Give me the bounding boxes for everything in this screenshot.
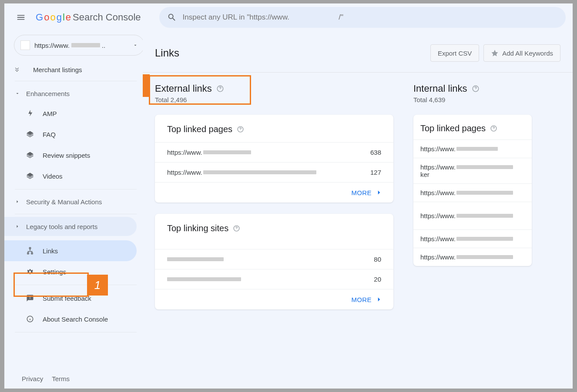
chevron-right-icon	[375, 296, 383, 303]
feedback-icon	[26, 294, 34, 302]
sidebar-section-security[interactable]: Security & Manual Actions	[4, 192, 143, 211]
internal-links-total: Total 4,639	[413, 96, 532, 103]
sidebar-section-enhancements[interactable]: Enhancements	[4, 84, 143, 103]
sidebar-item-review-snippets[interactable]: Review snippets	[4, 145, 137, 166]
sidebar-item-feedback[interactable]: Submit feedback	[4, 288, 137, 309]
linking-site-row[interactable]: 80	[155, 249, 393, 269]
privacy-link[interactable]: Privacy	[22, 375, 43, 382]
sidebar-item-videos[interactable]: Videos	[4, 166, 137, 186]
property-url: https://www.	[34, 42, 70, 49]
help-icon[interactable]	[472, 85, 480, 93]
footer-links: Privacy Terms	[22, 375, 70, 382]
linking-site-row[interactable]: 20	[155, 269, 393, 289]
sidebar: https://www... Merchant listings Enhance…	[4, 31, 143, 389]
external-links-section: External links Total 2,496 Top linked pa…	[155, 83, 393, 309]
layers-icon	[26, 130, 34, 138]
url-inspect-search[interactable]	[159, 7, 566, 28]
export-csv-button[interactable]: Export CSV	[430, 44, 479, 62]
chevron-right-icon	[375, 189, 383, 196]
help-icon[interactable]	[237, 126, 244, 133]
double-chevron-down-icon	[13, 65, 21, 73]
linked-page-row[interactable]: https://www. 638	[155, 142, 393, 162]
annotation-2-badge: 2	[143, 74, 150, 97]
sidebar-item-settings[interactable]: Settings	[4, 261, 137, 282]
sidebar-section-legacy[interactable]: Legacy tools and reports	[4, 217, 137, 236]
bolt-icon	[26, 110, 34, 117]
sitemap-icon	[26, 247, 34, 255]
top-linked-pages-card: Top linked pages https://www. 638 https:…	[155, 115, 393, 203]
internal-page-row[interactable]: https://www.	[413, 229, 532, 248]
sidebar-item-faq[interactable]: FAQ	[4, 124, 137, 145]
google-logo: Google Search Console	[36, 12, 141, 23]
main-content: Links Export CSV Add All Keywords Extern…	[143, 31, 573, 389]
top-linked-pages-title: Top linked pages	[167, 124, 232, 134]
top-linking-sites-card: Top linking sites 80 20	[155, 214, 393, 309]
url-inspect-input[interactable]	[183, 13, 558, 22]
internal-top-pages-card: Top linked pages https://www. https://ww…	[413, 115, 532, 266]
internal-page-row[interactable]: https://www.	[413, 183, 532, 202]
help-icon[interactable]	[233, 225, 240, 232]
page-title: Links	[155, 47, 430, 59]
internal-page-row[interactable]: https://www.ker	[413, 158, 532, 183]
layers-icon	[26, 172, 34, 180]
more-button[interactable]: MORE	[155, 289, 393, 309]
terms-link[interactable]: Terms	[52, 375, 70, 382]
header: Google Search Console	[4, 3, 573, 31]
internal-top-pages-title: Top linked pages	[420, 123, 486, 133]
more-button[interactable]: MORE	[155, 182, 393, 203]
top-linking-sites-title: Top linking sites	[167, 223, 228, 233]
internal-page-row[interactable]: https://www.	[413, 140, 532, 158]
search-icon	[167, 13, 177, 22]
external-links-total: Total 2,496	[155, 96, 393, 103]
hamburger-menu-button[interactable]	[11, 8, 30, 27]
property-favicon	[20, 40, 30, 50]
layers-icon	[26, 151, 34, 159]
linked-page-row[interactable]: https://www. 127	[155, 162, 393, 182]
internal-links-section: Internal links Total 4,639 Top linked pa…	[413, 83, 532, 309]
sidebar-item-merchant-listings[interactable]: Merchant listings	[4, 61, 137, 78]
chevron-right-icon	[15, 199, 20, 204]
dropdown-icon	[133, 43, 138, 48]
help-icon[interactable]	[216, 85, 224, 93]
sidebar-item-about[interactable]: About Search Console	[4, 309, 137, 329]
property-selector[interactable]: https://www...	[14, 35, 143, 56]
annotation-1-badge: 1	[87, 275, 108, 296]
internal-links-title: Internal links	[413, 83, 467, 94]
gear-icon	[26, 268, 34, 276]
help-icon[interactable]	[490, 125, 497, 132]
internal-page-row[interactable]: https://www.	[413, 202, 532, 229]
chevron-right-icon	[15, 224, 20, 229]
sidebar-item-links[interactable]: Links	[4, 240, 137, 261]
internal-page-row[interactable]: https://www.	[413, 248, 532, 266]
info-icon	[26, 315, 34, 323]
product-name: Search Console	[73, 12, 141, 23]
sidebar-item-amp[interactable]: AMP	[4, 103, 137, 124]
star-icon	[491, 49, 499, 57]
chevron-down-icon	[15, 91, 20, 96]
add-all-keywords-button[interactable]: Add All Keywords	[483, 44, 560, 62]
external-links-title: External links	[155, 83, 212, 94]
hamburger-icon	[16, 13, 26, 22]
